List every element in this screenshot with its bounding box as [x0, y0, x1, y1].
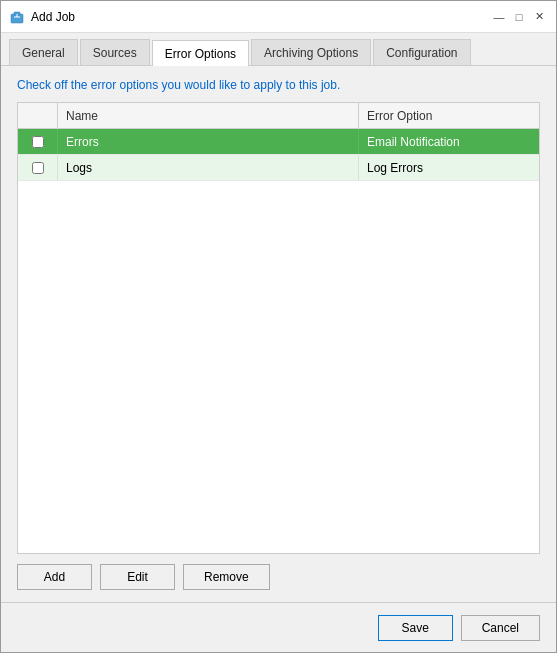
close-button[interactable]: ✕ [530, 8, 548, 26]
app-icon [9, 9, 25, 25]
content-area: Check off the error options you would li… [1, 66, 556, 602]
row-error-option-1: Email Notification [359, 129, 539, 154]
minimize-button[interactable]: — [490, 8, 508, 26]
remove-button[interactable]: Remove [183, 564, 270, 590]
tab-error-options[interactable]: Error Options [152, 40, 249, 66]
title-bar: Add Job — □ ✕ [1, 1, 556, 33]
footer: Save Cancel [1, 602, 556, 652]
tab-general[interactable]: General [9, 39, 78, 65]
row-checkbox-1[interactable] [18, 129, 58, 154]
table-row[interactable]: Logs Log Errors [18, 155, 539, 181]
edit-button[interactable]: Edit [100, 564, 175, 590]
tab-bar: General Sources Error Options Archiving … [1, 33, 556, 66]
tab-sources[interactable]: Sources [80, 39, 150, 65]
cancel-button[interactable]: Cancel [461, 615, 540, 641]
row-error-option-2: Log Errors [359, 155, 539, 180]
main-window: Add Job — □ ✕ General Sources Error Opti… [0, 0, 557, 653]
instruction-text: Check off the error options you would li… [17, 78, 540, 92]
th-checkbox [18, 103, 58, 128]
row-name-2: Logs [58, 155, 359, 180]
th-error-option: Error Option [359, 103, 539, 128]
table-row[interactable]: Errors Email Notification [18, 129, 539, 155]
checkbox-errors[interactable] [32, 136, 44, 148]
row-name-1: Errors [58, 129, 359, 154]
error-options-table: Name Error Option Errors Email Notificat… [17, 102, 540, 554]
checkbox-logs[interactable] [32, 162, 44, 174]
save-button[interactable]: Save [378, 615, 453, 641]
table-body: Errors Email Notification Logs Log Error… [18, 129, 539, 553]
row-checkbox-2[interactable] [18, 155, 58, 180]
th-name: Name [58, 103, 359, 128]
action-buttons: Add Edit Remove [17, 564, 540, 590]
title-buttons: — □ ✕ [490, 8, 548, 26]
add-button[interactable]: Add [17, 564, 92, 590]
tab-archiving-options[interactable]: Archiving Options [251, 39, 371, 65]
tab-configuration[interactable]: Configuration [373, 39, 470, 65]
window-title: Add Job [31, 10, 75, 24]
table-header: Name Error Option [18, 103, 539, 129]
title-bar-left: Add Job [9, 9, 75, 25]
maximize-button[interactable]: □ [510, 8, 528, 26]
